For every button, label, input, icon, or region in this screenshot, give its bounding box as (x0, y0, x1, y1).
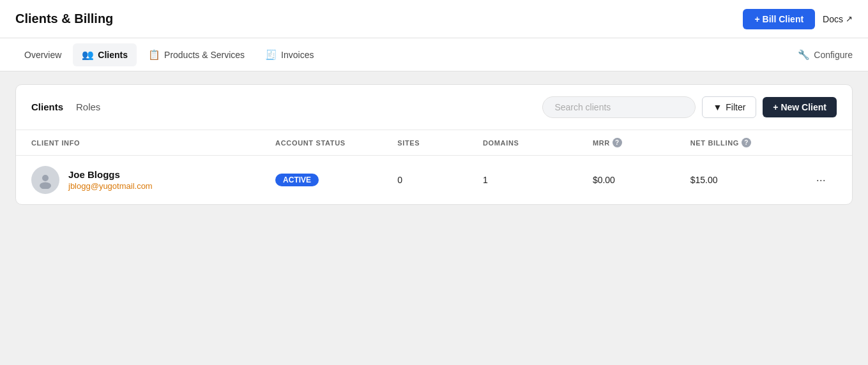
nav-tabs: Overview 👥 Clients 📋 Products & Services… (15, 38, 323, 71)
status-badge: ACTIVE (275, 174, 319, 186)
tab-clients[interactable]: 👥 Clients (73, 43, 137, 66)
tab-overview[interactable]: Overview (15, 43, 70, 66)
search-input[interactable] (542, 96, 696, 118)
col-domains: DOMAINS (483, 138, 593, 147)
net-billing-cell: $15.00 (690, 175, 812, 185)
client-email: jblogg@yugotmail.com (68, 181, 153, 191)
client-name: Joe Bloggs (68, 169, 153, 180)
col-client-info: CLIENT INFO (31, 138, 275, 147)
main-content: Clients Roles ▼ Filter + New Client (0, 71, 868, 218)
card-tab-clients[interactable]: Clients (31, 101, 63, 114)
card-tab-roles-label: Roles (76, 101, 100, 112)
table-row: Joe Bloggs jblogg@yugotmail.com ACTIVE 0… (16, 156, 852, 204)
clients-card: Clients Roles ▼ Filter + New Client (15, 84, 853, 205)
clients-icon: 👥 (82, 49, 94, 61)
col-sites: SITES (397, 138, 483, 147)
net-billing-info-icon[interactable]: ? (742, 138, 751, 147)
client-details: Joe Bloggs jblogg@yugotmail.com (68, 169, 153, 191)
card-tabs: Clients Roles (31, 101, 100, 114)
tab-invoices[interactable]: 🧾 Invoices (256, 43, 323, 66)
client-info-cell: Joe Bloggs jblogg@yugotmail.com (31, 166, 275, 194)
col-actions (812, 138, 837, 147)
avatar (31, 166, 59, 194)
tab-clients-label: Clients (98, 50, 128, 60)
configure-label: Configure (814, 50, 853, 60)
row-actions-button[interactable]: ··· (812, 172, 830, 188)
filter-button[interactable]: ▼ Filter (702, 96, 756, 118)
col-net-billing: NET BILLING ? (690, 138, 812, 147)
nav-bar: Overview 👥 Clients 📋 Products & Services… (0, 38, 868, 71)
configure-icon: 🔧 (798, 49, 810, 61)
row-actions-cell: ··· (812, 172, 837, 188)
bill-client-button[interactable]: + Bill Client (743, 9, 815, 29)
card-toolbar-right: ▼ Filter + New Client (542, 96, 837, 118)
invoices-icon: 🧾 (265, 49, 277, 61)
avatar-icon (36, 171, 54, 189)
docs-label: Docs (823, 14, 843, 24)
card-tab-roles[interactable]: Roles (76, 101, 100, 114)
top-bar-actions: + Bill Client Docs ↗ (743, 9, 853, 29)
sites-cell: 0 (397, 175, 483, 185)
page-title: Clients & Billing (15, 11, 113, 26)
tab-products-services-label: Products & Services (164, 50, 245, 60)
tab-products-services[interactable]: 📋 Products & Services (139, 43, 254, 66)
products-icon: 📋 (148, 49, 160, 61)
filter-icon: ▼ (713, 102, 722, 112)
table-header: CLIENT INFO ACCOUNT STATUS SITES DOMAINS… (16, 130, 852, 156)
col-account-status: ACCOUNT STATUS (275, 138, 397, 147)
top-bar: Clients & Billing + Bill Client Docs ↗ (0, 0, 868, 38)
tab-overview-label: Overview (24, 50, 61, 60)
docs-button[interactable]: Docs ↗ (823, 14, 853, 24)
new-client-button[interactable]: + New Client (763, 97, 837, 117)
mrr-cell: $0.00 (593, 175, 690, 185)
domains-cell: 1 (483, 175, 593, 185)
svg-point-0 (42, 175, 49, 181)
filter-label: Filter (726, 102, 745, 112)
tab-invoices-label: Invoices (281, 50, 314, 60)
external-link-icon: ↗ (846, 14, 853, 24)
account-status-cell: ACTIVE (275, 174, 397, 186)
card-tab-clients-label: Clients (31, 101, 63, 112)
configure-button[interactable]: 🔧 Configure (798, 49, 853, 61)
card-toolbar: Clients Roles ▼ Filter + New Client (16, 85, 852, 130)
svg-point-1 (40, 182, 51, 190)
search-wrap (542, 96, 696, 118)
mrr-info-icon[interactable]: ? (613, 138, 622, 147)
col-mrr: MRR ? (593, 138, 690, 147)
